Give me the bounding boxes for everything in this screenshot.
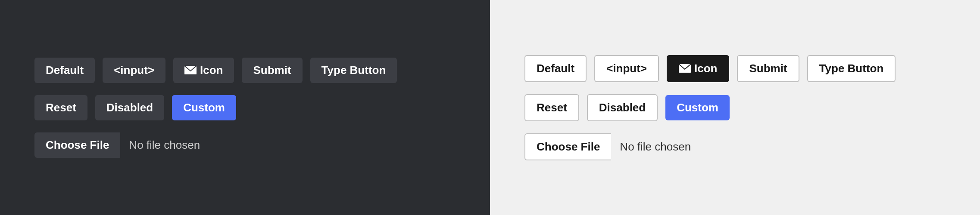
dark-panel: Default <input> Icon Submit Type Button … xyxy=(0,0,490,215)
light-default-button[interactable]: Default xyxy=(524,55,587,82)
light-choose-file-button[interactable]: Choose File xyxy=(524,133,611,160)
light-custom-button[interactable]: Custom xyxy=(665,95,730,120)
light-disabled-button[interactable]: Disabled xyxy=(587,94,658,121)
dark-row-1: Default <input> Icon Submit Type Button xyxy=(34,58,456,83)
dark-reset-button[interactable]: Reset xyxy=(34,95,87,120)
dark-row-2: Reset Disabled Custom xyxy=(34,95,456,120)
dark-default-button[interactable]: Default xyxy=(34,58,95,83)
envelope-icon-light xyxy=(679,64,691,73)
envelope-icon xyxy=(184,66,197,74)
light-no-file-label: No file chosen xyxy=(611,134,699,160)
light-panel: Default <input> Icon Submit Type Button … xyxy=(490,0,980,215)
light-reset-button[interactable]: Reset xyxy=(524,94,579,121)
dark-type-button[interactable]: Type Button xyxy=(310,58,397,83)
light-submit-button[interactable]: Submit xyxy=(737,55,799,82)
dark-disabled-button[interactable]: Disabled xyxy=(95,95,164,120)
light-file-input-area: Choose File No file chosen xyxy=(524,133,946,160)
dark-submit-button[interactable]: Submit xyxy=(242,58,302,83)
light-type-button[interactable]: Type Button xyxy=(807,55,896,82)
light-input-button[interactable]: <input> xyxy=(594,55,659,82)
light-row-2: Reset Disabled Custom xyxy=(524,94,946,121)
light-row-1: Default <input> Icon Submit Type Button xyxy=(524,55,946,82)
dark-file-input-area: Choose File No file chosen xyxy=(34,132,456,158)
dark-input-button[interactable]: <input> xyxy=(103,58,165,83)
light-icon-button[interactable]: Icon xyxy=(667,55,729,82)
dark-no-file-label: No file chosen xyxy=(120,132,209,158)
dark-choose-file-button[interactable]: Choose File xyxy=(34,132,120,158)
dark-custom-button[interactable]: Custom xyxy=(172,95,236,120)
dark-icon-button[interactable]: Icon xyxy=(173,58,234,83)
